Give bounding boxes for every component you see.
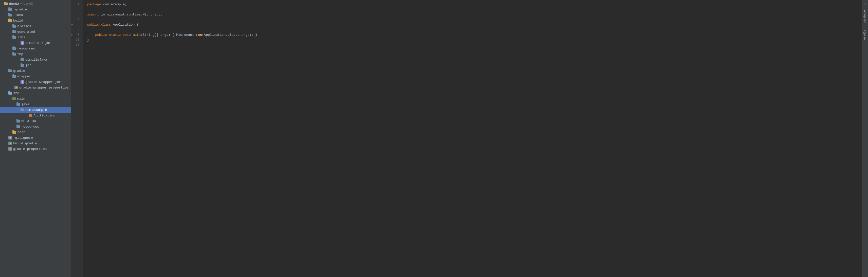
- tree-item-label: main: [17, 97, 25, 101]
- tree-item-label: src: [13, 91, 19, 95]
- code-text: Application {: [111, 22, 139, 28]
- expand-arrow[interactable]: [8, 75, 12, 78]
- expand-arrow[interactable]: [12, 103, 16, 106]
- sidebar-item-libs[interactable]: libs: [0, 34, 71, 40]
- sidebar-item-gradle-properties[interactable]: p gradle.properties: [0, 146, 71, 152]
- sidebar-item-jar[interactable]: jar: [0, 62, 71, 68]
- tree-item-label: resources: [17, 47, 35, 51]
- root-folder-icon: [4, 2, 8, 6]
- sidebar-item-java[interactable]: java: [0, 101, 71, 107]
- sidebar-item-wrapper[interactable]: wrapper: [0, 73, 71, 79]
- sidebar-item-com-example[interactable]: com.example: [0, 107, 71, 113]
- database-tab[interactable]: Database: [862, 7, 868, 27]
- sidebar-item-classes[interactable]: classes: [0, 23, 71, 29]
- expand-arrow[interactable]: [8, 131, 12, 134]
- tree-item-label: resources: [21, 125, 39, 129]
- line-num-11: 11: [71, 42, 82, 48]
- tree-item-label: .gitignore: [13, 136, 33, 140]
- code-line-4: [87, 17, 858, 22]
- code-text: com.example;: [101, 2, 127, 7]
- sidebar-item-demo2-jar[interactable]: j demo2-0.1.jar: [0, 40, 71, 45]
- expand-arrow[interactable]: [8, 25, 12, 28]
- sidebar-item-build-gradle[interactable]: G build.gradle: [0, 141, 71, 146]
- fn-run: run: [196, 32, 202, 38]
- sidebar-item-compilejava[interactable]: compileJava: [0, 57, 71, 62]
- tree-root[interactable]: demo2 ~/demo2: [0, 1, 71, 7]
- root-label: demo2: [9, 2, 19, 6]
- build-status-checkmark: ✓: [862, 0, 868, 7]
- tree-item-label: libs: [17, 35, 25, 39]
- tree-item-label: gradle-wrapper.jar: [25, 80, 61, 84]
- expand-arrow[interactable]: [4, 19, 8, 22]
- sidebar-item-src[interactable]: src: [0, 90, 71, 96]
- expand-arrow-root[interactable]: [0, 3, 4, 5]
- kw-package: package: [87, 2, 101, 7]
- sidebar-item-resources-build[interactable]: resources: [0, 45, 71, 51]
- expand-arrow[interactable]: [16, 58, 20, 61]
- tree-item-label: jar: [25, 63, 31, 67]
- sidebar-item-generated[interactable]: generated: [0, 29, 71, 34]
- folder-icon: [20, 63, 24, 67]
- run-icon-7[interactable]: ▶: [71, 33, 73, 37]
- code-editor[interactable]: package com.example; import io.micronaut…: [83, 0, 862, 277]
- fn-main: main: [133, 32, 141, 38]
- tree-item-label: gradle: [13, 69, 25, 73]
- sidebar-item-test[interactable]: test: [0, 129, 71, 135]
- tree-item-label: com.example: [25, 108, 47, 112]
- code-line-10: }: [87, 37, 858, 42]
- expand-arrow[interactable]: [12, 125, 16, 128]
- expand-arrow[interactable]: [16, 64, 20, 67]
- sidebar-item-resources-main[interactable]: resources: [0, 124, 71, 129]
- tree-item-label: java: [21, 102, 29, 106]
- expand-arrow[interactable]: [8, 97, 12, 100]
- sidebar-item-idea[interactable]: .idea: [0, 12, 71, 18]
- line-num-7: ▶ 7: [71, 32, 82, 37]
- sidebar-item-gitignore[interactable]: g .gitignore: [0, 135, 71, 141]
- file-properties-icon: p: [14, 86, 18, 90]
- gradle-tab[interactable]: Gradle: [862, 27, 868, 43]
- kw-public2: public: [95, 32, 107, 38]
- tree-item-label: META-INF: [21, 119, 37, 123]
- code-text: [131, 32, 133, 38]
- tree-item-label: generated: [17, 30, 35, 34]
- line-num-2: 2: [71, 7, 82, 12]
- tree-item-label: build.gradle: [13, 142, 37, 145]
- expand-arrow[interactable]: [12, 120, 16, 123]
- folder-icon: [8, 19, 12, 23]
- tree-item-label: compileJava: [25, 58, 47, 62]
- code-text: }: [87, 37, 89, 43]
- line-numbers: 1 2 3 4 ▶ 5 6 ▶ 7 10 11: [71, 0, 83, 277]
- line-num-6: 6: [71, 27, 82, 32]
- tree-item-label: wrapper: [17, 74, 31, 79]
- sidebar-item-build[interactable]: build: [0, 18, 71, 23]
- expand-arrow[interactable]: [4, 8, 8, 11]
- sidebar-item-gradle-wrapper-props[interactable]: p gradle-wrapper.properties: [0, 85, 71, 90]
- editor-area: 1 2 3 4 ▶ 5 6 ▶ 7 10 11 package com.exam…: [71, 0, 862, 277]
- sidebar-item-gradle-root[interactable]: gradle: [0, 68, 71, 73]
- sidebar-item-meta-inf[interactable]: META-INF: [0, 118, 71, 124]
- folder-icon: [12, 47, 16, 51]
- expand-arrow[interactable]: [4, 14, 8, 17]
- expand-arrow[interactable]: [4, 92, 8, 95]
- sidebar-item-gradle-hidden[interactable]: .gradle: [0, 7, 71, 12]
- expand-arrow[interactable]: [8, 47, 12, 50]
- code-line-7: public static void main (String[] args) …: [87, 32, 858, 37]
- expand-arrow[interactable]: [8, 30, 12, 33]
- file-tree[interactable]: demo2 ~/demo2 .gradle .idea build classe…: [0, 0, 71, 277]
- sidebar-item-application[interactable]: ☕ Application: [0, 113, 71, 118]
- expand-arrow[interactable]: [16, 109, 20, 111]
- sidebar-item-gradle-wrapper-jar[interactable]: j gradle-wrapper.jar: [0, 79, 71, 85]
- expand-arrow[interactable]: [4, 69, 8, 72]
- expand-arrow[interactable]: [8, 36, 12, 39]
- sidebar-item-main[interactable]: main: [0, 96, 71, 101]
- folder-src-icon: [8, 91, 12, 95]
- run-icon-5[interactable]: ▶: [71, 23, 73, 27]
- tree-item-label: tmp: [17, 52, 23, 56]
- tree-item-label: gradle-wrapper.properties: [19, 86, 69, 90]
- folder-icon: [16, 102, 20, 106]
- expand-arrow[interactable]: [8, 53, 12, 56]
- line-num-10: 10: [71, 37, 82, 42]
- folder-icon: [12, 24, 16, 28]
- folder-icon: [20, 58, 24, 62]
- sidebar-item-tmp[interactable]: tmp: [0, 51, 71, 57]
